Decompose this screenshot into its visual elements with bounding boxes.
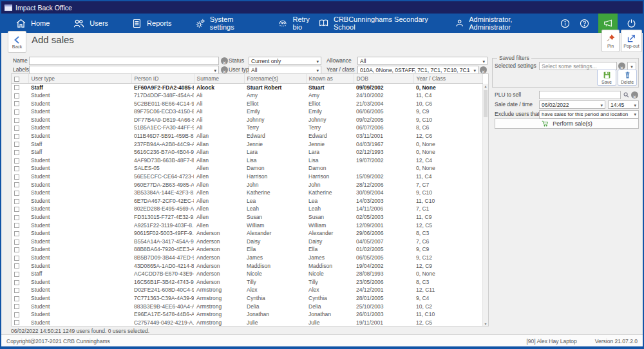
col-person-id[interactable]: Person ID — [131, 74, 194, 83]
table-row[interactable]: Student802ED288-E495-4569-A..AllenLeahLe… — [12, 205, 482, 213]
perform-sales-button[interactable]: Perform sale(s) — [495, 118, 639, 129]
plu-clear-icon[interactable] — [631, 91, 638, 99]
nav-item-home[interactable]: Home — [15, 18, 50, 29]
table-row[interactable]: StudentD02FE241-608D-40C4-9..ArmstrongAl… — [12, 286, 482, 294]
row-checkbox[interactable] — [14, 199, 19, 204]
table-row[interactable]: Student8B5B7D09-3B44-47ED-9..AndersonJam… — [12, 254, 482, 262]
col-forenames[interactable]: Forename(s) — [244, 74, 306, 83]
nav-item-users[interactable]: Users — [73, 18, 108, 29]
plu-input[interactable] — [539, 91, 621, 99]
col-dob[interactable]: DOB — [354, 74, 413, 83]
scroll-down-icon[interactable]: ▼ — [483, 322, 488, 326]
row-checkbox[interactable] — [14, 223, 19, 228]
table-row[interactable]: Student4AF9D73B-663B-48F7-8..AllanLisaLi… — [12, 156, 482, 165]
table-row[interactable]: StudentA9251F22-3119-403F-8..AllenWillia… — [12, 222, 482, 230]
table-row[interactable]: Student717D4DDF-348F-454A-8..AliAmyAmy24… — [12, 91, 482, 100]
row-checkbox[interactable] — [14, 231, 19, 236]
delete-button[interactable]: Delete — [618, 70, 637, 86]
row-checkbox[interactable] — [14, 272, 19, 277]
search-icon[interactable] — [623, 91, 630, 99]
row-checkbox[interactable] — [14, 150, 19, 155]
table-row[interactable]: Student43D0865A-1AD0-4214-8..AndersonMad… — [12, 262, 482, 270]
name-input[interactable] — [29, 57, 219, 65]
table-row[interactable]: Student90615F02-5003-49FF-9..AndersonAle… — [12, 229, 482, 238]
chevron-down-icon[interactable] — [630, 111, 636, 117]
help-button[interactable] — [579, 18, 590, 29]
col-user-type[interactable]: User type — [28, 74, 131, 83]
nav-item-system-settings[interactable]: System settings — [195, 15, 255, 31]
chevron-down-icon[interactable] — [470, 67, 476, 73]
table-row[interactable]: StaffEF60A9F2-FDA2-4085-8..AlcockStuart … — [12, 83, 482, 91]
pin-button[interactable]: Pin — [601, 30, 620, 52]
table-row[interactable]: StudentB554A14A-3417-454A-9..AndersonDai… — [12, 238, 482, 246]
exclude-users-select[interactable]: have sales for this period and location — [539, 110, 639, 118]
table-row[interactable]: Student88B8BA64-7920-4EE3-A..AndersonEll… — [12, 245, 482, 254]
status-select[interactable]: Current only — [249, 57, 321, 65]
table-row[interactable]: Student7C771363-C39A-4A39-9..ArmstrongCy… — [12, 294, 482, 303]
table-row[interactable]: Student011B46D7-5B91-459B-8..AllanEdward… — [12, 132, 482, 140]
table-row[interactable]: StaffAC4CDD7B-E670-43E9-...AndersonNicol… — [12, 270, 482, 278]
row-checkbox[interactable] — [14, 174, 19, 180]
row-checkbox[interactable] — [14, 158, 19, 164]
nav-item-retry-bio[interactable]: Retry bio — [278, 15, 317, 31]
table-row[interactable]: Student89F75C06-ECD3-4150-8..AliEmilyEmi… — [12, 108, 482, 116]
row-checkbox[interactable] — [14, 182, 19, 187]
row-checkbox[interactable] — [14, 109, 19, 115]
row-checkbox[interactable] — [14, 215, 19, 220]
row-checkbox[interactable] — [14, 134, 19, 139]
nav-item-reports[interactable]: Reports — [131, 18, 172, 29]
row-checkbox[interactable] — [14, 207, 19, 212]
vertical-scrollbar[interactable]: ▲ ▼ — [482, 84, 488, 326]
row-checkbox[interactable] — [14, 142, 19, 147]
table-row[interactable]: Student5C2BE011-8E66-4C14-9..AliElliotEl… — [12, 100, 482, 108]
col-year-class[interactable]: Year / Class — [413, 74, 482, 83]
row-checkbox[interactable] — [14, 296, 19, 301]
row-checkbox[interactable] — [14, 256, 19, 261]
scrollbar-thumb[interactable] — [484, 90, 488, 117]
table-row[interactable]: Student51B5A1EC-FA30-44FF-9..AliTerryTer… — [12, 124, 482, 132]
col-known-as[interactable]: Known as — [306, 74, 354, 83]
row-checkbox[interactable] — [14, 240, 19, 245]
select-all-checkbox[interactable] — [14, 77, 19, 82]
table-row[interactable]: Staff5616C236-B7A0-4B04-9..AllanLaraLara… — [12, 148, 482, 156]
scroll-up-icon[interactable]: ▲ — [483, 84, 488, 88]
chevron-down-icon[interactable] — [479, 58, 485, 64]
row-checkbox[interactable] — [14, 312, 19, 317]
row-checkbox[interactable] — [14, 118, 19, 123]
year-class-clear-icon[interactable] — [480, 66, 487, 73]
row-checkbox[interactable] — [14, 191, 19, 196]
table-row[interactable]: Student960E77DA-2B63-4985-A..AllenJohnJo… — [12, 181, 482, 189]
chevron-down-icon[interactable] — [630, 102, 636, 108]
row-checkbox[interactable] — [14, 126, 19, 131]
allowance-select[interactable]: All — [357, 57, 488, 65]
sale-time-select[interactable]: 14:45 — [608, 100, 639, 109]
back-button[interactable]: Back — [8, 31, 26, 53]
row-checkbox[interactable] — [14, 166, 19, 171]
table-row[interactable]: Student6E7DA467-2CF0-42EC-8..AllenLeaLea… — [12, 197, 482, 205]
row-checkbox[interactable] — [14, 280, 19, 285]
current-user[interactable]: Administrator, Administrator — [455, 15, 551, 31]
table-row[interactable]: StudentC2757449-0492-4219-A..ArmstrongJu… — [12, 319, 482, 326]
name-clear-icon[interactable] — [221, 57, 228, 64]
current-school[interactable]: CRBCunninghams Secondary School — [318, 15, 446, 31]
labels-clear-icon[interactable] — [221, 66, 228, 73]
save-button[interactable]: Save — [597, 70, 616, 86]
row-checkbox[interactable] — [14, 288, 19, 293]
chevron-down-icon[interactable] — [211, 67, 216, 73]
table-row[interactable]: StudentFD313015-F727-4E32-9..AllenSusanS… — [12, 213, 482, 222]
row-checkbox[interactable] — [14, 93, 19, 99]
chevron-down-icon[interactable] — [313, 58, 319, 64]
info-button[interactable] — [560, 18, 571, 29]
col-surname[interactable]: Surname — [194, 74, 244, 83]
popout-button[interactable]: Pop-out — [621, 30, 642, 52]
table-row[interactable]: Student3B53384A-144E-42F3-8..AllenKather… — [12, 189, 482, 197]
power-button[interactable] — [626, 18, 643, 29]
row-checkbox[interactable] — [14, 101, 19, 106]
table-row[interactable]: Student16C56B1F-3B42-4743-9..AndersonTil… — [12, 278, 482, 287]
chevron-down-icon[interactable] — [313, 67, 319, 73]
row-checkbox[interactable] — [14, 85, 19, 90]
row-checkbox[interactable] — [14, 263, 19, 269]
table-row[interactable]: Staff237FB94A-A2B8-44C9-A..AllanJennieJe… — [12, 140, 482, 149]
table-row[interactable]: Student56E5ECFC-CE64-4723-8..AllenHarris… — [12, 173, 482, 181]
table-row[interactable]: StudentE96EA17E-5478-44B6-A..ArmstrongJo… — [12, 310, 482, 319]
